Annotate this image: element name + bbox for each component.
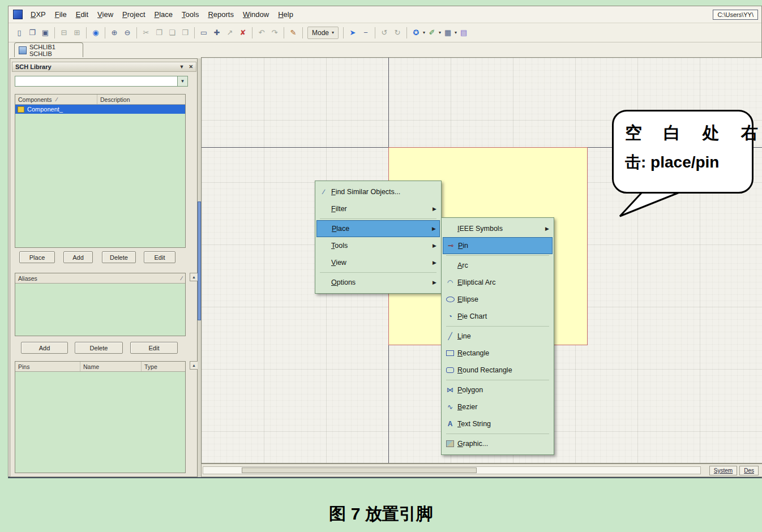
menu-item-view[interactable]: View ▶ — [316, 254, 440, 271]
menu-project[interactable]: Project — [118, 8, 149, 20]
menu-item-ieee-symbols[interactable]: IEEE Symbols ▶ — [443, 220, 553, 237]
edit-alias-button[interactable]: Edit — [130, 342, 178, 354]
pencil-icon[interactable]: ✐ — [426, 27, 438, 39]
components-list[interactable]: Components ∕ Description Component_ — [15, 94, 186, 248]
menu-place[interactable]: Place — [150, 8, 178, 20]
add-component-button[interactable]: Add — [63, 251, 93, 263]
menu-help[interactable]: Help — [273, 8, 298, 20]
remove-icon[interactable]: − — [359, 27, 372, 39]
component-filter-input[interactable] — [15, 76, 177, 86]
menu-item-elliptical-arc[interactable]: ◠ Elliptical Arc — [443, 274, 553, 291]
print-icon[interactable]: ⊟ — [58, 27, 70, 39]
component-icon — [18, 106, 24, 113]
description-column-header[interactable]: Description — [97, 95, 185, 104]
menu-item-filter[interactable]: Filter ▶ — [316, 200, 440, 217]
chevron-down-icon[interactable]: ▾ — [423, 30, 425, 35]
delete-component-button[interactable]: Delete — [102, 251, 136, 263]
grid-icon[interactable]: ▦ — [442, 27, 454, 39]
menu-item-round-rectangle[interactable]: Round Rectangle — [443, 362, 553, 379]
zoom-in-icon[interactable]: ⊕ — [108, 27, 121, 39]
mode-dropdown[interactable]: Mode ▾ — [307, 27, 339, 39]
scroll-up-icon[interactable]: ▲ — [190, 273, 198, 281]
chevron-down-icon[interactable]: ▾ — [439, 30, 441, 35]
redo-icon[interactable]: ↷ — [268, 27, 281, 39]
clear-filter-icon[interactable]: ✘ — [237, 27, 249, 39]
cut-icon[interactable]: ✂ — [140, 27, 152, 39]
menu-item-tools[interactable]: Tools ▶ — [316, 237, 440, 254]
pins-column-header[interactable]: Pins — [15, 362, 80, 371]
document-tab[interactable]: SCHLIB1 SCHLIB — [14, 42, 83, 57]
menu-tools[interactable]: Tools — [177, 8, 203, 20]
system-panels-tab[interactable]: System — [709, 466, 737, 475]
delete-alias-button[interactable]: Delete — [75, 342, 123, 354]
edit-component-button[interactable]: Edit — [144, 251, 175, 263]
menu-item-graphic[interactable]: Graphic... — [443, 435, 553, 452]
aliases-list[interactable]: Aliases ∕ — [15, 273, 186, 336]
chevron-down-icon[interactable]: ▾ — [455, 30, 457, 35]
menu-item-bezier[interactable]: ∿ Bezier — [443, 398, 553, 415]
menu-item-find-similar-objects[interactable]: ∕ Find Similar Objects... — [316, 183, 440, 200]
menu-item-label: Round Rectangle — [457, 366, 549, 374]
paste-icon[interactable]: ❏ — [166, 27, 178, 39]
menu-window[interactable]: Window — [238, 8, 273, 20]
panel-close-icon[interactable]: ✕ — [189, 64, 193, 70]
scroll-up-icon[interactable]: ▲ — [190, 361, 198, 370]
selection-icon[interactable]: ▭ — [198, 27, 210, 39]
design-panels-tab[interactable]: Des — [739, 466, 759, 475]
move-icon[interactable]: ✚ — [211, 27, 223, 39]
menu-item-text-string[interactable]: A Text String — [443, 415, 553, 432]
copy-icon[interactable]: ❐ — [153, 27, 165, 39]
zoom-out-icon[interactable]: ⊖ — [121, 27, 134, 39]
browse-icon[interactable]: ◉ — [89, 27, 102, 39]
combo-dropdown-icon[interactable]: ▼ — [177, 76, 187, 86]
menu-edit[interactable]: Edit — [71, 8, 93, 20]
place-button[interactable]: Place — [19, 251, 55, 263]
toolbar-separator — [105, 27, 105, 38]
open-icon[interactable]: ❐ — [26, 27, 38, 39]
name-column-header[interactable]: Name — [80, 362, 142, 371]
menu-item-line[interactable]: ╱ Line — [443, 328, 553, 345]
add-alias-button[interactable]: Add — [21, 342, 68, 354]
menu-reports[interactable]: Reports — [203, 8, 238, 20]
menu-item-pin[interactable]: ⊸ Pin — [443, 237, 553, 254]
round-rectangle-icon — [443, 367, 457, 373]
menu-item-pie-chart[interactable]: ◔ Pie Chart — [443, 308, 553, 325]
horizontal-scrollbar[interactable] — [203, 466, 701, 474]
paste-array-icon[interactable]: ❒ — [179, 27, 191, 39]
forward-icon[interactable]: ➤ — [346, 27, 359, 39]
toolbar-separator — [136, 27, 137, 38]
utility-icon[interactable]: ✪ — [410, 27, 422, 39]
menu-dxp[interactable]: DXP — [26, 8, 50, 20]
menu-item-options[interactable]: Options ▶ — [316, 274, 440, 291]
horizontal-scrollbar-thumb[interactable] — [242, 467, 477, 473]
menu-file[interactable]: File — [50, 8, 71, 20]
image-icon[interactable]: ▤ — [457, 27, 470, 39]
toolbar-separator — [302, 27, 303, 38]
panel-menu-caret-icon[interactable]: ▼ — [179, 64, 185, 70]
type-column-header[interactable]: Type — [142, 362, 185, 371]
new-document-icon[interactable]: ▯ — [13, 27, 25, 39]
component-list-item-selected[interactable]: Component_ — [15, 105, 185, 114]
components-column-header[interactable]: Components ∕ — [15, 95, 97, 104]
menu-item-ellipse[interactable]: Ellipse — [443, 291, 553, 308]
callout-text-line2: 击: place/pin — [625, 152, 740, 173]
menu-view[interactable]: View — [93, 8, 118, 20]
rectangle-icon — [443, 350, 457, 356]
menu-item-place[interactable]: Place ▶ — [316, 220, 440, 237]
menu-item-arc[interactable]: Arc — [443, 257, 553, 274]
menu-separator — [446, 380, 549, 380]
save-icon[interactable]: ▣ — [39, 27, 52, 39]
menu-separator — [446, 326, 549, 327]
menu-item-polygon[interactable]: ⋈ Polygon — [443, 381, 553, 398]
text-string-icon: A — [443, 420, 457, 428]
brush-icon[interactable]: ✎ — [287, 27, 299, 39]
rotate-left-icon[interactable]: ↺ — [378, 27, 391, 39]
aliases-column-header[interactable]: Aliases ∕ — [15, 273, 185, 283]
print-preview-icon[interactable]: ⊞ — [71, 27, 83, 39]
rotate-right-icon[interactable]: ↻ — [391, 27, 404, 39]
undo-icon[interactable]: ↶ — [255, 27, 268, 39]
pins-list[interactable]: Pins Name Type — [15, 361, 186, 473]
menu-item-rectangle[interactable]: Rectangle — [443, 345, 553, 362]
drag-icon[interactable]: ↗ — [224, 27, 236, 39]
menu-item-label: IEEE Symbols — [457, 225, 541, 233]
